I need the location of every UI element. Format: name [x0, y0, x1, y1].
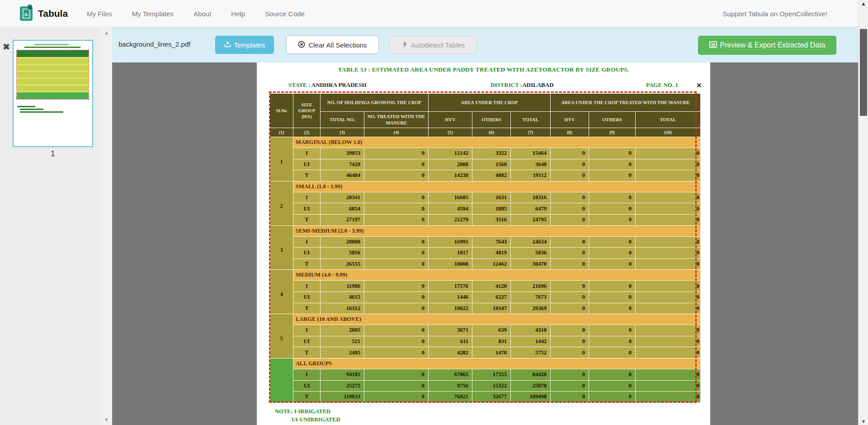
- support-link[interactable]: Support Tabula on OpenCollective!: [722, 10, 827, 18]
- top-navbar: Tabula My Files My Templates About Help …: [0, 0, 868, 27]
- open-filename: background_lines_2.pdf: [118, 40, 190, 48]
- brand-name: Tabula: [38, 8, 68, 19]
- thumb-subtitle-line: [24, 47, 80, 48]
- state-value: ANDHRA PRADESH: [311, 81, 367, 88]
- district-value: ADILABAD: [522, 81, 553, 88]
- state-label: STATE :: [288, 81, 310, 88]
- thumb-table-allgroups: [17, 91, 89, 99]
- scroll-up-icon[interactable]: ▲: [859, 1, 868, 6]
- nav-my-templates[interactable]: My Templates: [132, 10, 174, 18]
- pdf-note: NOTE: I-IRRIGATED UI-UNIRRIGATED: [275, 407, 340, 424]
- remove-circle-icon: [298, 41, 305, 49]
- toolbar: background_lines_2.pdf Templates Clear A…: [112, 27, 858, 62]
- thumb-table-header: [17, 50, 89, 57]
- sidebar-scroll-down-icon[interactable]: ▼: [101, 417, 112, 422]
- note-line-2: UI-UNIRRIGATED: [275, 415, 340, 424]
- page-thumbnail[interactable]: [13, 40, 93, 147]
- nav-help[interactable]: Help: [231, 10, 245, 18]
- pdf-table-title: TABLE 5J : ESTIMATED AREA UNDER PADDY TR…: [257, 66, 710, 73]
- list-alt-icon: [709, 41, 717, 50]
- templates-button-label: Templates: [234, 41, 265, 49]
- clear-all-selections-button[interactable]: Clear All Selections: [286, 36, 379, 54]
- thumb-note-line: [20, 111, 63, 113]
- pdf-page[interactable]: TABLE 5J : ESTIMATED AREA UNDER PADDY TR…: [257, 62, 710, 425]
- selection-close-icon[interactable]: ✕: [696, 81, 702, 90]
- brand[interactable]: Tabula: [20, 5, 68, 23]
- main-scrollbar[interactable]: ▲ ▼: [858, 0, 868, 425]
- thumb-table-rows: [17, 57, 89, 91]
- scroll-down-icon[interactable]: ▼: [859, 419, 868, 424]
- pdf-meta-line: STATE : ANDHRA PRADESH DISTRICT :ADILABA…: [257, 81, 710, 90]
- thumb-note-line: [20, 109, 43, 110]
- thumb-title-line: [34, 44, 69, 45]
- flash-icon: [402, 41, 408, 49]
- sidebar-scroll-up-icon[interactable]: ▲: [101, 30, 112, 35]
- clear-button-label: Clear All Selections: [308, 41, 367, 49]
- thumb-note-line: [17, 106, 35, 107]
- thumb-table-preview: [16, 50, 89, 100]
- district-label: DISTRICT :: [491, 81, 522, 88]
- autodetect-button-label: Autodetect Tables: [411, 41, 465, 49]
- district-field: DISTRICT :ADILABAD: [491, 81, 554, 89]
- nav-links: My Files My Templates About Help Source …: [87, 0, 305, 27]
- preview-export-button[interactable]: Preview & Export Extracted Data: [698, 36, 836, 55]
- autodetect-tables-button[interactable]: Autodetect Tables: [390, 36, 477, 54]
- nav-my-files[interactable]: My Files: [87, 10, 112, 18]
- nav-right: Support Tabula on OpenCollective!: [722, 0, 827, 27]
- page-no-label: PAGE NO. 1: [646, 81, 678, 89]
- document-viewport: TABLE 5J : ESTIMATED AREA UNDER PADDY TR…: [112, 62, 858, 425]
- app-window: Tabula My Files My Templates About Help …: [0, 0, 868, 425]
- remove-page-icon[interactable]: ✖: [3, 42, 10, 52]
- scrollbar-thumb[interactable]: [860, 29, 867, 116]
- note-line-1: NOTE: I-IRRIGATED: [275, 407, 340, 415]
- export-button-label: Preview & Export Extracted Data: [720, 41, 826, 49]
- thumbnail-page-number: 1: [13, 149, 93, 158]
- state-field: STATE : ANDHRA PRADESH: [288, 81, 367, 89]
- nav-source-code[interactable]: Source Code: [265, 10, 305, 18]
- save-template-icon: [224, 41, 231, 49]
- templates-button[interactable]: Templates: [215, 36, 274, 54]
- nav-about[interactable]: About: [193, 10, 211, 18]
- page-thumbnail-sidebar: ✖ 1: [0, 27, 101, 425]
- table-selection-overlay[interactable]: [269, 91, 697, 403]
- sidebar-scrollbar[interactable]: ▲ ▼: [101, 27, 112, 425]
- tabula-logo-icon: [20, 5, 34, 23]
